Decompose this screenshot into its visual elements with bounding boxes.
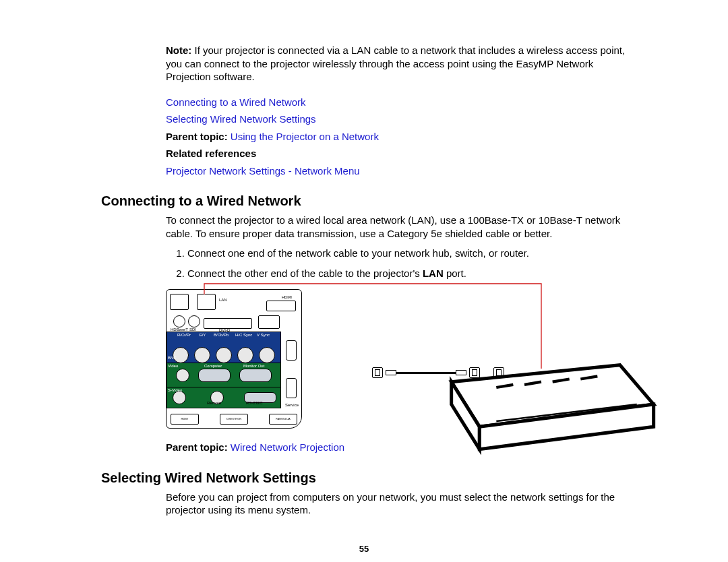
section-selecting-body: Before you can project from computers on… <box>166 491 627 517</box>
cable-diagram-icon <box>356 289 627 424</box>
heading-connecting: Connecting to a Wired Network <box>101 192 627 210</box>
link-parent2[interactable]: Wired Network Projection <box>231 441 344 453</box>
link-selecting[interactable]: Selecting Wired Network Settings <box>166 113 316 125</box>
link-parent1[interactable]: Using the Projector on a Network <box>231 131 379 142</box>
step-2: Connect the other end of the cable to th… <box>187 267 627 280</box>
link-list: Connecting to a Wired Network Selecting … <box>166 96 627 178</box>
note-label: Note: <box>166 44 191 56</box>
link-related[interactable]: Projector Network Settings - Network Men… <box>166 165 360 177</box>
page-number: 55 <box>101 544 627 555</box>
selecting-intro: Before you can project from computers on… <box>166 491 627 517</box>
section-connecting-body: To connect the projector to a wired loca… <box>166 214 627 454</box>
document-page: Note: If your projector is connected via… <box>0 0 728 562</box>
connection-diagram: LAN HDMI HDBaseT SDI DVI-D R/Cr/Pr G/Y B… <box>166 289 627 429</box>
connecting-intro: To connect the projector to a wired loca… <box>166 214 627 240</box>
step-1: Connect one end of the network cable to … <box>187 247 627 260</box>
note-text: If your projector is connected via a LAN… <box>166 44 625 82</box>
link-connecting[interactable]: Connecting to a Wired Network <box>166 96 306 108</box>
connecting-steps: Connect one end of the network cable to … <box>166 247 627 280</box>
related-references-heading: Related references <box>166 148 256 159</box>
heading-selecting: Selecting Wired Network Settings <box>101 469 627 487</box>
parent-topic-label: Parent topic: <box>166 131 231 142</box>
note-paragraph: Note: If your projector is connected via… <box>166 44 627 84</box>
